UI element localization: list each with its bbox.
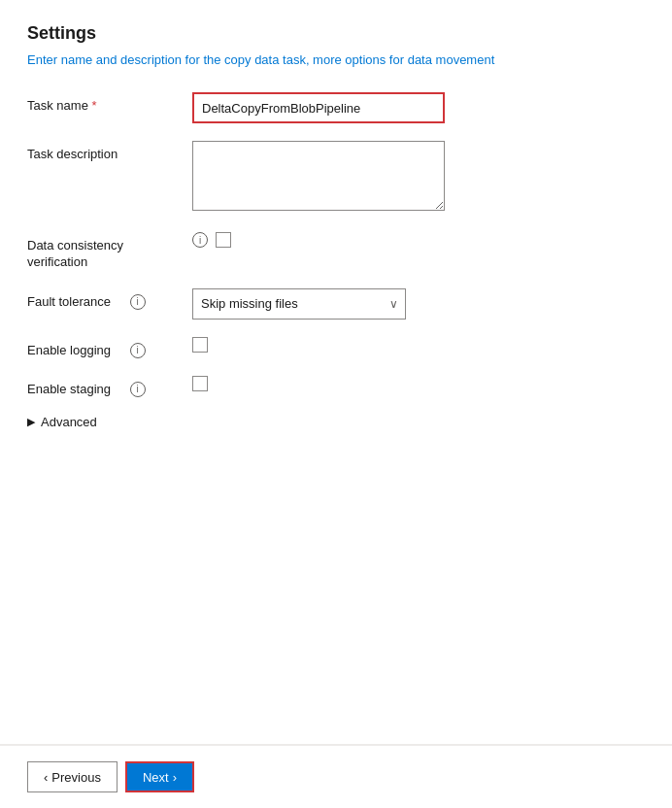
previous-button[interactable]: ‹ Previous [27, 761, 118, 792]
advanced-chevron-icon: ▶ [27, 416, 35, 428]
next-button-label: Next [143, 770, 169, 785]
fault-tolerance-info-icon[interactable]: i [130, 294, 146, 310]
fault-tolerance-select[interactable]: Skip missing files None Skip incompatibl… [192, 288, 406, 320]
enable-staging-label: Enable staging i [27, 376, 192, 397]
advanced-section-toggle[interactable]: ▶ Advanced [27, 415, 645, 429]
task-name-label: Task name * [27, 92, 192, 113]
task-description-label: Task description [27, 141, 192, 161]
task-name-input[interactable] [192, 92, 445, 123]
next-button[interactable]: Next › [125, 761, 194, 792]
task-description-input[interactable] [192, 141, 445, 211]
footer: ‹ Previous Next › [0, 745, 672, 808]
fault-tolerance-select-wrapper: Skip missing files None Skip incompatibl… [192, 288, 406, 320]
advanced-label: Advanced [41, 415, 97, 429]
previous-button-label: Previous [51, 770, 101, 785]
data-consistency-label: Data consistencyverification [27, 232, 192, 271]
enable-logging-checkbox[interactable] [192, 337, 208, 353]
data-consistency-checkbox[interactable] [216, 232, 231, 248]
fault-tolerance-label: Fault tolerance i [27, 288, 192, 310]
page-subtitle: Enter name and description for the copy … [27, 51, 645, 69]
data-consistency-info-icon[interactable]: i [192, 232, 208, 248]
enable-logging-info-icon[interactable]: i [130, 343, 146, 358]
page-title: Settings [27, 23, 645, 44]
next-chevron-icon: › [173, 770, 177, 785]
previous-chevron-icon: ‹ [44, 770, 48, 785]
enable-staging-checkbox[interactable] [192, 376, 208, 391]
enable-staging-info-icon[interactable]: i [130, 382, 146, 397]
enable-logging-label: Enable logging i [27, 337, 192, 358]
